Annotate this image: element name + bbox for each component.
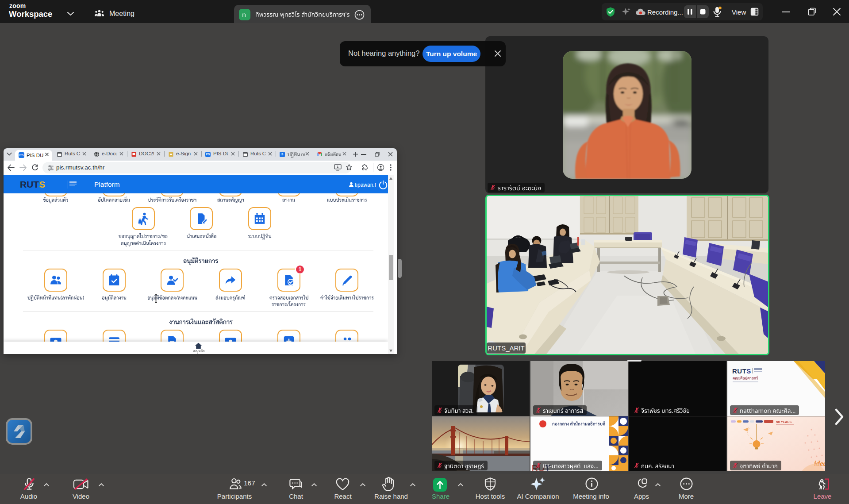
svg-text:YEARS: YEARS bbox=[781, 420, 791, 423]
svg-text:50: 50 bbox=[776, 420, 780, 424]
